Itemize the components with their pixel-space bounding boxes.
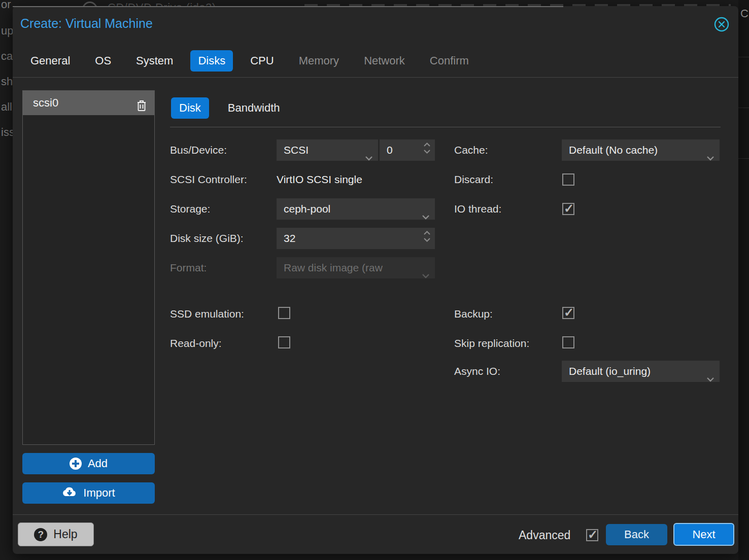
background-text-fragment: ca [1,50,13,63]
cache-label: Cache: [454,139,488,161]
cache-select[interactable]: Default (No cache) [562,139,720,161]
divider [13,514,738,515]
async-io-label: Async IO: [454,361,500,382]
cloud-download-icon [62,486,77,500]
io-thread-label: IO thread: [454,198,501,220]
close-icon[interactable] [714,17,729,32]
async-io-select-value: Default (io_uring) [569,365,651,377]
divider [13,6,563,7]
tab-disks[interactable]: Disks [190,50,233,72]
backup-label: Backup: [454,303,493,325]
background-text-fragment: sh [1,75,13,88]
spinner-arrows-icon[interactable] [423,230,431,242]
dialog-title: Create: Virtual Machine [20,16,153,31]
disk-subtabs: Disk Bandwidth [171,97,280,119]
tab-os[interactable]: OS [95,54,111,67]
disk-size-stepper[interactable]: 32 [277,228,435,249]
ssd-emulation-checkbox[interactable] [278,307,290,319]
wizard-tabs: General OS System Disks CPU Memory Netwo… [30,50,494,72]
chevron-down-icon [422,265,430,286]
format-label: Format: [170,257,207,278]
disk-item-label: scsi0 [33,96,58,109]
backup-checkbox[interactable] [562,307,574,319]
bus-device-label: Bus/Device: [170,139,227,161]
tab-memory: Memory [299,54,339,67]
next-button[interactable]: Next [673,523,734,546]
tab-general[interactable]: General [30,54,70,67]
background-table-edge: C [738,0,749,560]
bus-select[interactable]: SCSI [277,139,378,161]
skip-replication-checkbox[interactable] [562,336,574,348]
background-text-fragment: C [740,7,748,20]
import-button[interactable]: Import [22,482,155,504]
async-io-select[interactable]: Default (io_uring) [562,361,720,382]
disk-list-item-scsi0[interactable]: scsi0 [23,91,154,115]
add-button[interactable]: Add [22,453,155,474]
read-only-checkbox[interactable] [278,336,290,348]
advanced-label: Advanced [519,529,570,542]
ssd-emulation-label: SSD emulation: [170,303,244,325]
storage-select-value: ceph-pool [284,203,330,215]
format-select-disabled: Raw disk image (raw [277,257,435,278]
io-thread-checkbox[interactable] [562,203,574,215]
chevron-down-icon [365,147,373,168]
discard-checkbox[interactable] [562,173,574,186]
back-button[interactable]: Back [606,524,667,545]
chevron-down-icon [422,206,430,227]
storage-label: Storage: [170,198,210,220]
tab-system[interactable]: System [136,54,173,67]
scsi-controller-value: VirtIO SCSI single [277,169,362,190]
trash-icon[interactable] [136,96,147,121]
chevron-down-icon [706,147,714,168]
bus-select-value: SCSI [284,144,309,156]
discard-label: Discard: [454,169,493,190]
chevron-down-icon [706,368,714,390]
subtab-bandwidth[interactable]: Bandwidth [228,101,280,115]
background-text-fragment: all [1,100,12,114]
plus-circle-icon [70,458,82,470]
disk-size-label: Disk size (GiB): [170,228,244,249]
add-button-label: Add [88,457,108,470]
tab-confirm: Confirm [430,54,469,67]
scsi-controller-label: SCSI Controller: [170,169,247,190]
subtab-disk[interactable]: Disk [171,97,209,119]
divider [170,127,721,127]
disk-size-value: 32 [284,232,295,244]
storage-select[interactable]: ceph-pool [277,198,435,220]
divider [13,77,738,78]
spinner-arrows-icon[interactable] [423,142,431,154]
help-button[interactable]: ? Help [18,522,94,546]
skip-replication-label: Skip replication: [454,333,529,354]
import-button-label: Import [83,486,115,500]
tab-network: Network [364,54,405,67]
disk-list-panel: scsi0 [22,90,155,445]
help-button-label: Help [53,528,77,541]
device-number-value: 0 [387,144,393,156]
background-text-fragment: or [1,0,11,11]
cache-select-value: Default (No cache) [569,144,658,156]
read-only-label: Read-only: [170,333,222,354]
device-number-stepper[interactable]: 0 [380,139,435,161]
background-text-fragment: up [1,24,13,38]
create-vm-dialog: Create: Virtual Machine General OS Syste… [13,6,738,554]
tab-cpu[interactable]: CPU [250,54,274,67]
question-mark-icon: ? [34,528,47,541]
advanced-checkbox[interactable] [586,529,598,541]
format-select-value: Raw disk image (raw [284,262,383,273]
